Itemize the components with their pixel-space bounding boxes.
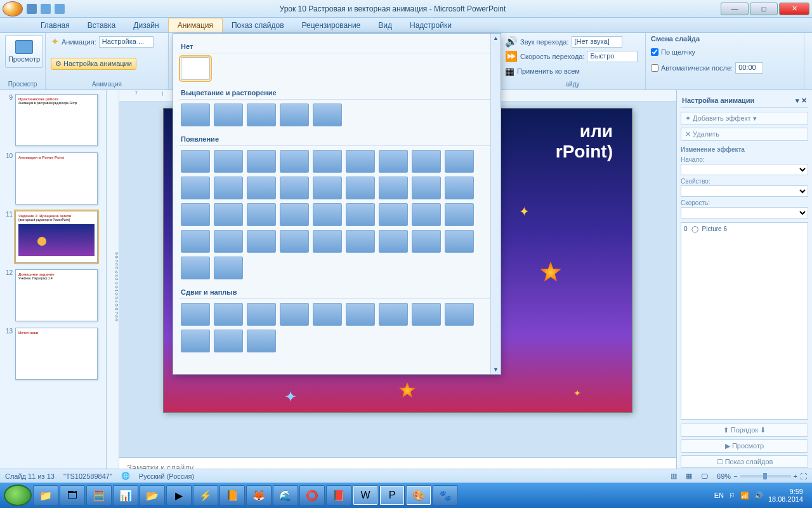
- transition-item[interactable]: [346, 150, 375, 173]
- transition-item[interactable]: [412, 177, 441, 199]
- taskbar-firefox-icon[interactable]: 🦊: [246, 485, 272, 505]
- zoom-control[interactable]: 69% − + ⛶: [717, 472, 807, 480]
- undo-icon[interactable]: [41, 4, 51, 14]
- transition-item[interactable]: [280, 177, 309, 199]
- transition-item[interactable]: [214, 104, 243, 126]
- transition-item[interactable]: [214, 203, 243, 226]
- transition-item[interactable]: [445, 230, 474, 253]
- minimize-button[interactable]: —: [721, 3, 749, 15]
- tray-flag-icon[interactable]: ⚐: [729, 491, 735, 500]
- tray-volume-icon[interactable]: 🔊: [754, 491, 763, 500]
- transition-item[interactable]: [214, 257, 243, 279]
- language-status[interactable]: Русский (Россия): [139, 472, 194, 480]
- transition-item[interactable]: [313, 303, 342, 326]
- pane-close-icon[interactable]: ▾ ✕: [796, 97, 807, 105]
- transition-none[interactable]: [181, 57, 210, 80]
- transition-item[interactable]: [313, 177, 342, 199]
- scroll-up-icon[interactable]: ▲: [492, 34, 501, 43]
- transition-item[interactable]: [346, 177, 375, 199]
- transition-item[interactable]: [379, 177, 408, 199]
- transition-item[interactable]: [346, 203, 375, 226]
- transition-item[interactable]: [280, 104, 309, 126]
- zoom-slider[interactable]: [740, 475, 791, 478]
- tab-slideshow[interactable]: Показ слайдов: [223, 18, 293, 32]
- transition-item[interactable]: [181, 330, 210, 352]
- redo-icon[interactable]: [55, 4, 65, 14]
- taskbar-app-icon[interactable]: 🗔: [60, 485, 85, 505]
- reorder-button[interactable]: ⬆ Порядок ⬇: [681, 424, 808, 437]
- transition-item[interactable]: [412, 150, 441, 173]
- transition-item[interactable]: [313, 150, 342, 173]
- taskbar-gimp-icon[interactable]: 🎨: [406, 485, 431, 505]
- taskbar-media-icon[interactable]: ▶: [166, 485, 192, 505]
- taskbar-app-icon[interactable]: 📕: [326, 485, 351, 505]
- pane-preview-button[interactable]: ▶ Просмотр: [681, 439, 808, 453]
- auto-after-checkbox[interactable]: [651, 64, 658, 72]
- transition-item[interactable]: [181, 203, 210, 226]
- transition-item[interactable]: [412, 230, 441, 253]
- add-effect-button[interactable]: ✦ Добавить эффект ▾: [681, 112, 808, 125]
- slide-thumbnail[interactable]: Практическая работаАнимация в растровом …: [15, 94, 98, 146]
- taskbar-folder-icon[interactable]: 📂: [140, 485, 165, 505]
- speed-dropdown[interactable]: Быстро: [587, 51, 638, 62]
- animation-dropdown[interactable]: Настройка ...: [99, 36, 154, 48]
- tab-addins[interactable]: Надстройки: [401, 18, 461, 32]
- transition-item[interactable]: [379, 203, 408, 226]
- transition-item[interactable]: [313, 203, 342, 226]
- view-sorter-icon[interactable]: ▦: [686, 472, 692, 480]
- taskbar-app-icon[interactable]: 🧮: [86, 485, 112, 505]
- effect-speed-dropdown[interactable]: [681, 207, 808, 218]
- maximize-button[interactable]: □: [750, 3, 778, 15]
- transition-item[interactable]: [346, 230, 375, 253]
- view-slideshow-icon[interactable]: 🖵: [701, 472, 708, 480]
- tray-clock[interactable]: 9:5918.08.2014: [768, 488, 803, 503]
- transition-item[interactable]: [181, 230, 210, 253]
- transition-item[interactable]: [313, 230, 342, 253]
- tab-animation[interactable]: Анимация: [168, 18, 223, 32]
- start-dropdown[interactable]: [681, 164, 808, 175]
- animation-settings-button[interactable]: ⚙ Настройка анимации: [51, 58, 136, 70]
- taskbar-app-icon[interactable]: 🌊: [273, 485, 298, 505]
- auto-time-field[interactable]: 00:00: [735, 62, 763, 74]
- slide-thumbnail[interactable]: Анимация в Power Point: [15, 152, 98, 204]
- zoom-in-icon[interactable]: +: [794, 472, 797, 480]
- transition-item[interactable]: [247, 203, 276, 226]
- property-dropdown[interactable]: [681, 185, 808, 197]
- transition-item[interactable]: [214, 303, 243, 326]
- taskbar-app-icon[interactable]: 📊: [113, 485, 138, 505]
- transition-item[interactable]: [181, 257, 210, 279]
- transition-item[interactable]: [247, 230, 276, 253]
- taskbar-explorer-icon[interactable]: 📁: [33, 485, 58, 505]
- taskbar-word-icon[interactable]: W: [353, 485, 378, 505]
- transition-item[interactable]: [412, 203, 441, 226]
- taskbar-app-icon[interactable]: 📙: [219, 485, 245, 505]
- tab-view[interactable]: Вид: [369, 18, 401, 32]
- transition-item[interactable]: [181, 177, 210, 199]
- transition-item[interactable]: [346, 303, 375, 326]
- transition-item[interactable]: [445, 150, 474, 173]
- transition-item[interactable]: [445, 177, 474, 199]
- tab-insert[interactable]: Вставка: [79, 18, 125, 32]
- transition-item[interactable]: [280, 303, 309, 326]
- transition-item[interactable]: [379, 303, 408, 326]
- zoom-out-icon[interactable]: −: [733, 472, 737, 480]
- apply-all-button[interactable]: Применить ко всем: [517, 67, 580, 75]
- view-normal-icon[interactable]: ▥: [671, 472, 677, 480]
- transition-item[interactable]: [247, 303, 276, 326]
- transition-item[interactable]: [280, 203, 309, 226]
- taskbar-winamp-icon[interactable]: ⚡: [193, 485, 218, 505]
- transition-item[interactable]: [379, 150, 408, 173]
- transition-item[interactable]: [214, 177, 243, 199]
- preview-button[interactable]: Просмотр: [5, 35, 43, 68]
- tab-design[interactable]: Дизайн: [124, 18, 167, 32]
- transition-item[interactable]: [181, 104, 210, 126]
- transition-item[interactable]: [280, 230, 309, 253]
- transition-item[interactable]: [214, 150, 243, 173]
- scroll-down-icon[interactable]: ▼: [492, 365, 501, 374]
- sound-dropdown[interactable]: [Нет звука]: [572, 36, 622, 48]
- transition-item[interactable]: [214, 230, 243, 253]
- tab-review[interactable]: Рецензирование: [293, 18, 370, 32]
- transition-item[interactable]: [445, 203, 474, 226]
- remove-effect-button[interactable]: ✕ Удалить: [681, 128, 808, 141]
- transition-item[interactable]: [247, 330, 276, 352]
